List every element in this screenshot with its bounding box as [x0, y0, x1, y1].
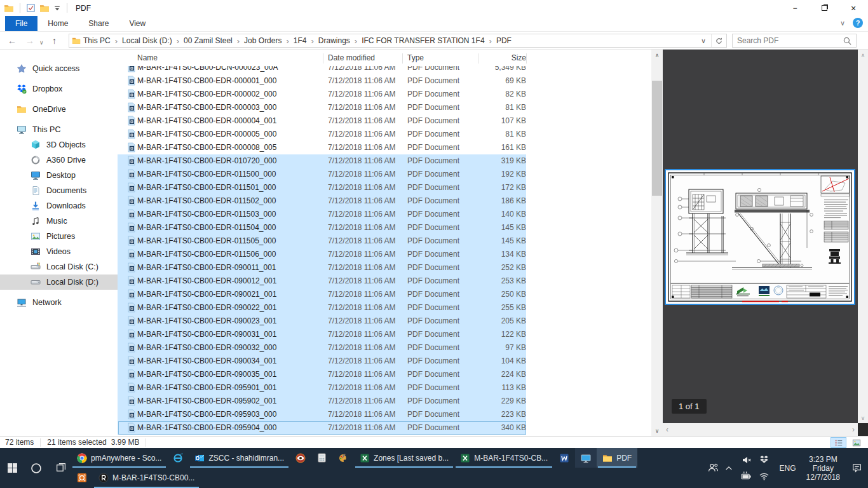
taskbar-button-chrome[interactable]: pmAnywhere - Sco... — [71, 448, 167, 468]
sidebar-item-onedrive[interactable]: OneDrive — [0, 102, 118, 117]
sidebar-item-dropbox[interactable]: Dropbox — [0, 81, 118, 97]
file-row[interactable]: M-BAR-1F4TS0-CB00-EDR-011502_0007/12/201… — [118, 194, 651, 208]
restore-button[interactable] — [810, 0, 839, 16]
file-row[interactable]: M-BAR-1F4TS0-CB00-EDR-095901_0017/12/201… — [118, 381, 651, 395]
search-box[interactable] — [732, 34, 857, 48]
breadcrumb-separator-icon[interactable]: › — [350, 36, 362, 46]
sidebar-item-pictures[interactable]: Pictures — [0, 229, 118, 244]
column-header-date[interactable]: Date modified — [328, 53, 375, 62]
people-icon[interactable] — [706, 461, 721, 476]
tab-share[interactable]: Share — [78, 16, 119, 31]
address-dropdown-icon[interactable]: ∨ — [696, 34, 711, 47]
file-row[interactable]: M-BAR-1F4TS0-CB00-EDR-011501_0007/12/201… — [118, 181, 651, 194]
taskbar-button-eye[interactable] — [290, 448, 311, 468]
breadcrumb-separator-icon[interactable]: › — [485, 36, 496, 46]
sidebar-item-3d-objects[interactable]: 3D Objects — [0, 137, 118, 152]
file-row[interactable]: M-BAR-1F4TS0-CB00-EDR-090023_0017/12/201… — [118, 315, 651, 328]
back-icon[interactable]: ← — [8, 34, 17, 47]
tab-view[interactable]: View — [119, 16, 156, 31]
file-row[interactable]: M-BAR-1F4TS0-CB00-DCN-000023_00A7/12/201… — [118, 66, 651, 74]
file-row[interactable]: M-BAR-1F4TS0-CB00-EDR-090035_0017/12/201… — [118, 368, 651, 381]
file-row[interactable]: M-BAR-1F4TS0-CB00-EDR-000004_0017/12/201… — [118, 114, 651, 128]
file-row[interactable]: M-BAR-1F4TS0-CB00-EDR-010720_0007/12/201… — [118, 154, 651, 168]
column-header-name[interactable]: Name — [137, 53, 158, 62]
scrollbar-thumb[interactable] — [652, 81, 662, 196]
preview-vertical-scrollbar[interactable]: ∧ ∨ — [858, 50, 868, 423]
breadcrumb-segment[interactable]: Job Orders — [244, 36, 281, 45]
scroll-down-icon[interactable]: ∨ — [651, 425, 663, 436]
file-row[interactable]: M-BAR-1F4TS0-CB00-EDR-000008_0057/12/201… — [118, 141, 651, 154]
file-list-scrollbar[interactable]: ∧ ∨ — [651, 50, 663, 436]
taskbar-button-excel[interactable]: M-BAR-1F4TS0-CB... — [454, 448, 553, 468]
file-row[interactable]: M-BAR-1F4TS0-CB00-EDR-011500_0007/12/201… — [118, 168, 651, 181]
breadcrumb-separator-icon[interactable]: › — [233, 36, 244, 46]
sidebar-item-music[interactable]: Music — [0, 214, 118, 229]
breadcrumb-separator-icon[interactable]: › — [307, 36, 318, 46]
breadcrumb[interactable]: This PC›Local Disk (D:)›00 Zamil Steel›J… — [69, 34, 727, 48]
up-icon[interactable]: ↑ — [52, 34, 57, 47]
forward-icon[interactable]: → — [25, 34, 34, 47]
cortana-button[interactable] — [24, 448, 48, 488]
scroll-left-icon[interactable]: ‹ — [666, 425, 668, 434]
new-folder-icon[interactable] — [39, 3, 50, 13]
file-row[interactable]: M-BAR-1F4TS0-CB00-EDR-090031_0017/12/201… — [118, 328, 651, 341]
sidebar-item-local-disk-d-[interactable]: Local Disk (D:) — [0, 274, 118, 290]
taskbar-button-revu[interactable]: M-BAR-1F4TS0-CB00... — [93, 468, 200, 488]
taskbar-button-excel[interactable]: Zones [Last saved b... — [354, 448, 454, 468]
tab-file[interactable]: File — [5, 16, 37, 31]
taskbar-button-orange-app[interactable] — [71, 468, 93, 488]
clock[interactable]: 3:23 PM Friday 12/7/2018 — [806, 455, 840, 482]
sidebar-item-quick-access[interactable]: Quick access — [0, 61, 118, 76]
file-row[interactable]: M-BAR-1F4TS0-CB00-EDR-090021_0017/12/201… — [118, 288, 651, 301]
scroll-right-icon[interactable]: › — [852, 425, 855, 434]
file-row[interactable]: M-BAR-1F4TS0-CB00-EDR-011504_0007/12/201… — [118, 221, 651, 234]
file-row-partial[interactable]: M-BAR-1F4TS0-CB00-DCN-000023_00A7/12/201… — [118, 66, 651, 74]
taskbar-button-monitor[interactable] — [575, 448, 597, 468]
file-row[interactable]: M-BAR-1F4TS0-CB00-EDR-090011_0017/12/201… — [118, 261, 651, 274]
start-button[interactable] — [0, 448, 24, 488]
column-header-size[interactable]: Size — [473, 53, 526, 62]
action-center-icon[interactable] — [849, 461, 864, 476]
taskbar-button-palette[interactable] — [332, 448, 354, 468]
sidebar-item-videos[interactable]: Videos — [0, 244, 118, 259]
file-row[interactable]: M-BAR-1F4TS0-CB00-EDR-000003_0007/12/201… — [118, 101, 651, 114]
wifi-icon[interactable] — [757, 469, 772, 484]
language-indicator[interactable]: ENG — [780, 464, 796, 473]
file-row[interactable]: M-BAR-1F4TS0-CB00-EDR-000002_0007/12/201… — [118, 88, 651, 101]
search-icon[interactable] — [843, 36, 852, 46]
breadcrumb-segment[interactable]: Drawings — [318, 36, 350, 45]
file-row[interactable]: M-BAR-1F4TS0-CB00-EDR-090012_0017/12/201… — [118, 274, 651, 288]
close-button[interactable]: × — [839, 0, 868, 16]
sidebar-item-documents[interactable]: Documents — [0, 183, 118, 198]
scroll-up-icon[interactable]: ∧ — [858, 50, 868, 60]
file-row[interactable]: M-BAR-1F4TS0-CB00-EDR-095902_0017/12/201… — [118, 395, 651, 408]
file-row[interactable]: M-BAR-1F4TS0-CB00-EDR-090032_0007/12/201… — [118, 341, 651, 355]
taskbar-button-folder[interactable]: PDF — [597, 448, 637, 468]
breadcrumb-separator-icon[interactable]: › — [281, 36, 293, 46]
minimize-button[interactable]: − — [780, 0, 810, 16]
file-row[interactable]: M-BAR-1F4TS0-CB00-EDR-095903_0007/12/201… — [118, 408, 651, 421]
breadcrumb-separator-icon[interactable]: › — [172, 36, 184, 46]
column-header-type[interactable]: Type — [407, 53, 424, 62]
breadcrumb-separator-icon[interactable]: › — [111, 36, 122, 46]
tab-home[interactable]: Home — [37, 16, 78, 31]
details-view-button[interactable] — [831, 437, 846, 448]
sidebar-item-downloads[interactable]: Downloads — [0, 198, 118, 214]
taskbar-button-word[interactable] — [553, 448, 575, 468]
battery-icon[interactable] — [739, 469, 754, 484]
file-row[interactable]: M-BAR-1F4TS0-CB00-EDR-095904_0007/12/201… — [118, 421, 651, 435]
search-input[interactable] — [737, 34, 839, 47]
scroll-down-icon[interactable]: ∨ — [858, 412, 868, 423]
ribbon-collapse-icon[interactable]: ∨ — [840, 19, 845, 27]
file-row[interactable]: M-BAR-1F4TS0-CB00-EDR-090022_0017/12/201… — [118, 301, 651, 315]
refresh-icon[interactable] — [711, 34, 726, 47]
file-row[interactable]: M-BAR-1F4TS0-CB00-EDR-090034_0017/12/201… — [118, 355, 651, 368]
taskbar-button-calculator[interactable] — [311, 448, 332, 468]
volume-muted-icon[interactable] — [739, 452, 754, 468]
breadcrumb-segment[interactable]: Local Disk (D:) — [122, 36, 172, 45]
breadcrumb-segment[interactable]: PDF — [496, 36, 512, 45]
file-row[interactable]: M-BAR-1F4TS0-CB00-EDR-011503_0007/12/201… — [118, 208, 651, 221]
sidebar-item-network[interactable]: Network — [0, 295, 118, 310]
task-view-button[interactable] — [48, 448, 72, 488]
sidebar-item-this-pc[interactable]: This PC — [0, 122, 118, 137]
